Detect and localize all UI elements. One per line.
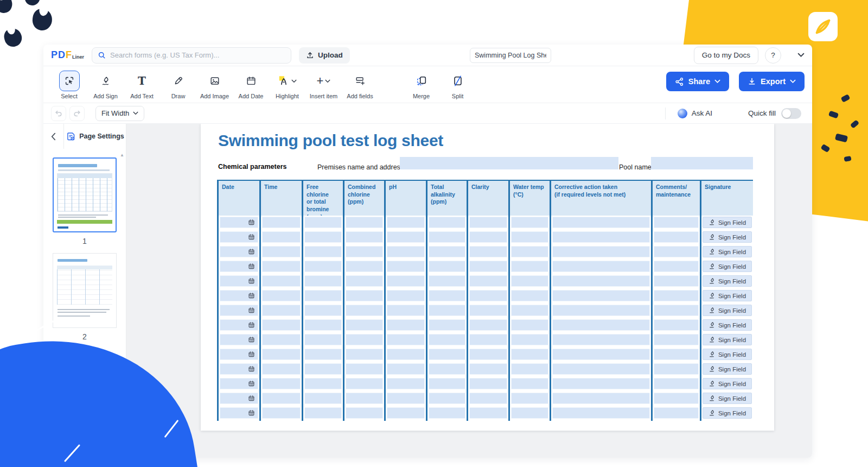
table-input-field[interactable] xyxy=(552,290,650,301)
table-input-field[interactable] xyxy=(511,217,548,228)
table-input-field[interactable] xyxy=(304,231,342,243)
tool-split[interactable]: Split xyxy=(439,71,476,99)
pdfliner-logo[interactable]: PDF Liner xyxy=(51,49,84,61)
table-input-field[interactable] xyxy=(304,349,342,360)
table-input-field[interactable] xyxy=(654,407,699,419)
table-input-field[interactable] xyxy=(429,217,465,228)
table-input-field[interactable] xyxy=(552,319,650,331)
table-input-field[interactable] xyxy=(654,231,699,243)
table-input-field[interactable] xyxy=(262,290,301,301)
table-input-field[interactable] xyxy=(429,305,465,316)
table-input-field[interactable] xyxy=(654,246,699,257)
table-input-field[interactable] xyxy=(552,261,650,272)
table-input-field[interactable] xyxy=(262,217,301,228)
table-input-field[interactable] xyxy=(387,275,425,287)
undo-button[interactable] xyxy=(51,106,66,121)
tool-draw[interactable]: Draw xyxy=(160,71,196,99)
table-input-field[interactable] xyxy=(511,305,548,316)
sign-field-button[interactable]: Sign Field xyxy=(703,217,752,228)
table-input-field[interactable] xyxy=(387,231,425,243)
table-input-field[interactable] xyxy=(262,378,301,389)
table-input-field[interactable] xyxy=(387,290,425,301)
tool-add-date[interactable]: Add Date xyxy=(233,71,269,99)
table-input-field[interactable] xyxy=(346,349,383,360)
table-input-field[interactable] xyxy=(511,378,548,389)
sign-field-button[interactable]: Sign Field xyxy=(703,349,752,360)
date-input-field[interactable] xyxy=(220,349,258,360)
tool-select[interactable]: Select xyxy=(51,71,87,99)
table-input-field[interactable] xyxy=(469,231,507,243)
table-input-field[interactable] xyxy=(262,319,301,331)
table-input-field[interactable] xyxy=(654,378,699,389)
table-input-field[interactable] xyxy=(387,349,425,360)
table-input-field[interactable] xyxy=(469,378,507,389)
sign-field-button[interactable]: Sign Field xyxy=(703,261,752,272)
tool-add-text[interactable]: TAdd Text xyxy=(124,71,160,99)
table-input-field[interactable] xyxy=(262,231,301,243)
table-input-field[interactable] xyxy=(304,407,342,419)
table-input-field[interactable] xyxy=(304,319,342,331)
table-input-field[interactable] xyxy=(304,334,342,345)
sign-field-button[interactable]: Sign Field xyxy=(703,334,752,345)
pool-name-input-field[interactable] xyxy=(651,157,753,169)
table-input-field[interactable] xyxy=(262,393,301,404)
search-input[interactable] xyxy=(110,51,285,59)
table-input-field[interactable] xyxy=(469,305,507,316)
date-input-field[interactable] xyxy=(220,261,258,272)
table-input-field[interactable] xyxy=(429,290,465,301)
table-input-field[interactable] xyxy=(387,305,425,316)
table-input-field[interactable] xyxy=(429,319,465,331)
table-input-field[interactable] xyxy=(304,393,342,404)
table-input-field[interactable] xyxy=(511,319,548,331)
sign-field-button[interactable]: Sign Field xyxy=(703,378,752,389)
date-input-field[interactable] xyxy=(220,407,258,419)
table-input-field[interactable] xyxy=(429,246,465,257)
table-input-field[interactable] xyxy=(654,319,699,331)
table-input-field[interactable] xyxy=(304,363,342,375)
table-input-field[interactable] xyxy=(262,305,301,316)
table-input-field[interactable] xyxy=(511,407,548,419)
table-input-field[interactable] xyxy=(654,290,699,301)
table-input-field[interactable] xyxy=(654,349,699,360)
share-button[interactable]: Share xyxy=(666,72,729,91)
table-input-field[interactable] xyxy=(429,334,465,345)
sign-field-button[interactable]: Sign Field xyxy=(703,407,752,419)
table-input-field[interactable] xyxy=(552,363,650,375)
table-input-field[interactable] xyxy=(552,275,650,287)
scroll-up-arrow[interactable]: ▲ xyxy=(120,153,124,157)
sign-field-button[interactable]: Sign Field xyxy=(703,393,752,404)
table-input-field[interactable] xyxy=(469,319,507,331)
table-input-field[interactable] xyxy=(262,275,301,287)
date-input-field[interactable] xyxy=(220,290,258,301)
table-input-field[interactable] xyxy=(654,393,699,404)
table-input-field[interactable] xyxy=(346,407,383,419)
table-input-field[interactable] xyxy=(387,407,425,419)
table-input-field[interactable] xyxy=(429,407,465,419)
table-input-field[interactable] xyxy=(469,334,507,345)
date-input-field[interactable] xyxy=(220,393,258,404)
table-input-field[interactable] xyxy=(511,261,548,272)
table-input-field[interactable] xyxy=(654,334,699,345)
date-input-field[interactable] xyxy=(220,246,258,257)
table-input-field[interactable] xyxy=(469,217,507,228)
page-settings-button[interactable]: Page Settings xyxy=(63,124,126,149)
tool-add-image[interactable]: Add Image xyxy=(196,71,233,99)
table-input-field[interactable] xyxy=(654,275,699,287)
table-input-field[interactable] xyxy=(304,261,342,272)
table-input-field[interactable] xyxy=(304,378,342,389)
table-input-field[interactable] xyxy=(346,334,383,345)
table-input-field[interactable] xyxy=(346,231,383,243)
help-button[interactable]: ? xyxy=(765,47,781,64)
premises-input-field[interactable] xyxy=(400,157,618,169)
table-input-field[interactable] xyxy=(346,290,383,301)
table-input-field[interactable] xyxy=(552,407,650,419)
table-input-field[interactable] xyxy=(304,290,342,301)
table-input-field[interactable] xyxy=(469,246,507,257)
table-input-field[interactable] xyxy=(387,261,425,272)
table-input-field[interactable] xyxy=(552,231,650,243)
table-input-field[interactable] xyxy=(654,217,699,228)
table-input-field[interactable] xyxy=(387,363,425,375)
quick-fill-toggle[interactable] xyxy=(781,108,801,119)
table-input-field[interactable] xyxy=(429,261,465,272)
tool-insert-item[interactable]: +Insert item xyxy=(305,71,342,99)
